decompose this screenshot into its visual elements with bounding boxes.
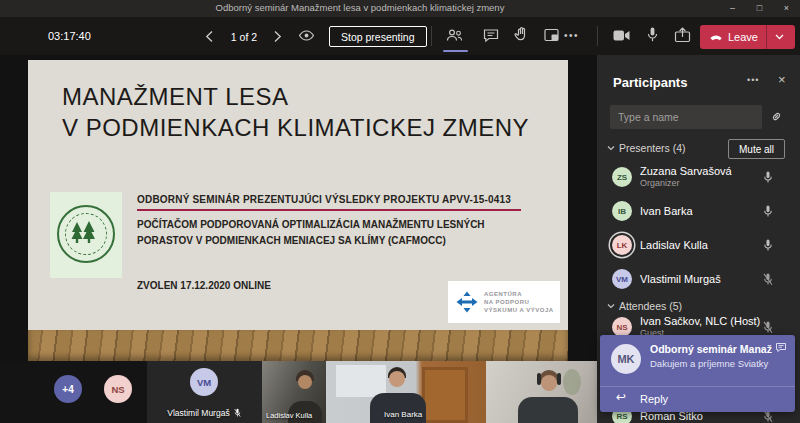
overflow-participants-avatar[interactable]: +4 (54, 375, 82, 403)
participant-name: Ivan Barka (640, 205, 693, 217)
participant-row[interactable]: LK Ladislav Kulla (597, 228, 800, 262)
reply-button[interactable]: Reply (640, 393, 668, 405)
avatar: NS (612, 317, 632, 337)
slide-seminar-line: ODBORNÝ SEMINÁR PREZENTUJÚCI VÝSLEDKY PR… (137, 194, 511, 205)
previous-slide-button[interactable] (204, 30, 215, 43)
copy-invite-link-icon[interactable] (769, 109, 784, 124)
chat-notification-toast[interactable]: MK Odborný seminár Manažmen... Dakujem a… (600, 335, 795, 412)
search-participants-input[interactable] (610, 105, 762, 129)
toast-title: Odborný seminár Manažmen... (650, 343, 772, 355)
toast-divider (600, 386, 795, 387)
video-tile-ladislav[interactable]: Ladislav Kulla (262, 361, 326, 423)
slide-rule (137, 209, 521, 211)
leave-options-chevron-icon[interactable] (767, 34, 792, 40)
mic-muted-icon (762, 320, 774, 335)
toolbar-divider (597, 26, 598, 46)
raise-hand-icon[interactable] (513, 26, 530, 44)
teams-meeting-window: Odborný seminár Manažment lesa v podmien… (0, 0, 800, 423)
tile-name-label: Ladislav Kulla (266, 411, 312, 420)
hangup-phone-icon (709, 32, 723, 42)
participant-row[interactable]: ZS Zuzana Sarvašová Organizer (597, 160, 800, 194)
mic-icon (762, 170, 774, 185)
window-title: Odborný seminár Manažment lesa v podmien… (0, 2, 720, 13)
tile-name-label: Ivan Barka (384, 410, 422, 419)
ns-avatar[interactable]: NS (104, 375, 132, 403)
slide-project-line: POČÍTAČOM PODPOROVANÁ OPTIMALIZÁCIA MANA… (137, 217, 537, 248)
participant-name: Ivan Sačkov, NLC (Host) (640, 315, 760, 327)
mic-icon (762, 204, 774, 219)
stop-presenting-button[interactable]: Stop presenting (329, 26, 427, 47)
slide-title: MANAŽMENT LESA V PODMIENKACH KLIMATICKEJ… (62, 81, 529, 143)
vm-avatar: VM (190, 368, 218, 396)
minimize-icon[interactable]: – (719, 0, 746, 17)
meeting-timer: 03:17:40 (48, 30, 91, 42)
window-controls: – □ × (719, 0, 800, 17)
mute-all-button[interactable]: Mute all (728, 139, 785, 159)
video-tile-presenter[interactable] (486, 361, 597, 423)
toast-message: Dakujem a príjemne Sviatky (650, 358, 785, 369)
chat-bubble-icon (775, 342, 787, 353)
window-titlebar: Odborný seminár Manažment lesa v podmien… (0, 0, 800, 17)
reply-arrow-icon: ↩ (616, 390, 626, 404)
avatar-speaking: LK (612, 235, 632, 255)
panel-more-icon[interactable]: ••• (747, 75, 759, 85)
participants-active-indicator (443, 50, 468, 52)
microphone-icon[interactable] (645, 26, 660, 44)
close-icon[interactable]: × (773, 0, 800, 17)
avatar: VM (612, 269, 632, 289)
video-tile-ivan[interactable]: Ivan Barka (326, 361, 486, 423)
next-slide-button[interactable] (272, 30, 283, 43)
camera-icon[interactable] (612, 28, 631, 43)
participant-row[interactable]: VM Vlastimil Murgaš (597, 262, 800, 296)
mic-icon (762, 238, 774, 253)
participant-role: Organizer (640, 178, 680, 188)
share-screen-icon[interactable] (673, 26, 692, 44)
apvv-arrows-icon (455, 290, 479, 314)
chat-icon[interactable] (482, 27, 500, 44)
toast-sender-avatar: MK (611, 344, 641, 374)
participant-name: Vlastimil Murgaš (640, 273, 721, 285)
slide-page-indicator: 1 of 2 (222, 31, 266, 43)
participant-name: Zuzana Sarvašová (640, 165, 732, 177)
shared-presentation-slide: MANAŽMENT LESA V PODMIENKACH KLIMATICKEJ… (28, 60, 568, 361)
presenters-section-header[interactable]: Presenters (4) (619, 142, 686, 154)
tile-name-label: Vlastimil Murgaš (167, 408, 229, 418)
avatar: ZS (612, 167, 632, 187)
video-tile-vlastimil[interactable]: VM Vlastimil Murgaš (147, 361, 262, 423)
more-options-icon[interactable]: ••• (564, 30, 579, 41)
mic-muted-icon (762, 272, 774, 287)
apvv-logo-text: AGENTÚRA NA PODPORU VÝSKUMU A VÝVOJA (484, 290, 554, 314)
toolbar-divider (431, 26, 432, 46)
breakout-rooms-icon[interactable] (543, 27, 560, 43)
panel-title: Participants (613, 75, 687, 90)
presenter-view-eye-icon[interactable] (298, 28, 315, 43)
video-filmstrip: +4 NS VM Vlastimil Murgaš Ladislav Kulla… (0, 361, 597, 423)
slide-venue-date: ZVOLEN 17.12.2020 ONLINE (137, 280, 271, 291)
apvv-agency-logo: AGENTÚRA NA PODPORU VÝSKUMU A VÝVOJA (448, 281, 560, 323)
participant-row[interactable]: IB Ivan Barka (597, 194, 800, 228)
section-chevron-icon[interactable] (607, 145, 615, 151)
avatar: IB (612, 201, 632, 221)
nlc-forest-centre-logo (50, 192, 122, 278)
mic-muted-icon (233, 408, 242, 418)
meeting-toolbar: 03:17:40 1 of 2 Stop presenting ••• (0, 17, 800, 55)
participants-icon[interactable] (445, 27, 464, 44)
slide-wood-floor (28, 330, 568, 361)
maximize-icon[interactable]: □ (746, 0, 773, 17)
leave-button[interactable]: Leave (700, 25, 795, 49)
participant-name: Ladislav Kulla (640, 239, 708, 251)
panel-close-icon[interactable]: × (778, 72, 786, 87)
leave-button-label: Leave (728, 31, 758, 43)
section-chevron-icon[interactable] (607, 303, 615, 309)
